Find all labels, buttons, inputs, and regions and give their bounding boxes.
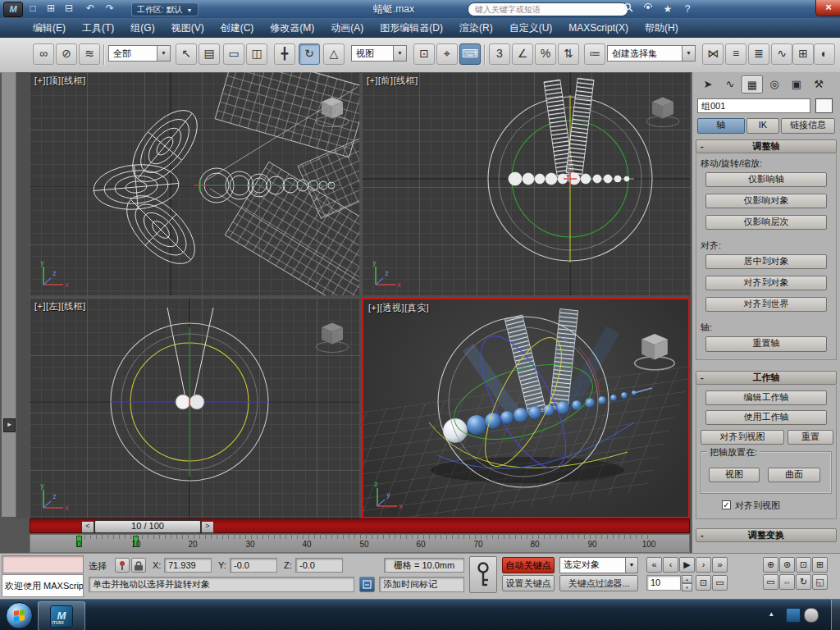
- material-editor-icon[interactable]: ◐: [814, 43, 835, 65]
- zoom-extents-icon[interactable]: ⊡: [796, 557, 811, 573]
- named-selection-sets-dropdown[interactable]: 创建选择集▼: [607, 45, 696, 62]
- affect-hierarchy-only-button[interactable]: 仅影响层次: [705, 215, 827, 230]
- favorites-star-icon[interactable]: ★: [660, 2, 676, 16]
- spinner-up-icon[interactable]: ▴: [682, 575, 692, 583]
- undo-icon[interactable]: ↶: [82, 1, 98, 16]
- align-to-view-button[interactable]: 对齐到视图: [701, 430, 784, 445]
- rollout-working-pivot-header[interactable]: - 工作轴: [696, 371, 837, 385]
- select-and-manipulate-icon[interactable]: ⌖: [436, 43, 458, 65]
- menu-animation[interactable]: 动画(A): [322, 18, 372, 38]
- redo-icon[interactable]: ↷: [102, 1, 118, 16]
- y-coordinate-field[interactable]: -0.0: [230, 558, 277, 573]
- edit-named-sets-icon[interactable]: ≔: [584, 43, 605, 65]
- track-bar[interactable]: 0 10 20 30 40 50 60 70 80 90 100: [30, 534, 690, 553]
- zoom-icon[interactable]: ⊕: [763, 557, 778, 573]
- object-color-swatch[interactable]: [815, 98, 833, 113]
- viewcube-icon[interactable]: [644, 92, 682, 133]
- x-coordinate-field[interactable]: 71.939: [164, 558, 212, 573]
- next-frame-button[interactable]: ›: [696, 557, 711, 573]
- tab-utilities-icon[interactable]: ⚒: [808, 75, 829, 94]
- time-configuration-button[interactable]: ▭: [712, 575, 728, 591]
- ik-mode-button[interactable]: IK: [746, 118, 779, 134]
- menu-maxscript[interactable]: MAXScript(X): [560, 18, 637, 38]
- menu-help[interactable]: 帮助(H): [637, 18, 687, 38]
- select-and-move-icon[interactable]: ╋: [274, 43, 295, 65]
- next-frame-arrow[interactable]: >: [201, 521, 214, 533]
- tab-hierarchy-icon[interactable]: ▦: [742, 75, 763, 94]
- layer-manager-icon[interactable]: ≣: [748, 43, 769, 65]
- percent-snap-icon[interactable]: %: [535, 43, 556, 65]
- frame-spinner[interactable]: ▴ ▾: [682, 575, 692, 591]
- save-file-icon[interactable]: ⊟: [61, 1, 77, 16]
- taskbar-3dsmax-button[interactable]: M max: [38, 601, 85, 630]
- affect-pivot-only-button[interactable]: 仅影响轴: [705, 172, 827, 187]
- application-menu-icon[interactable]: M: [3, 2, 23, 17]
- menu-edit[interactable]: 编辑(E): [25, 18, 74, 38]
- play-button[interactable]: ▶: [679, 557, 695, 573]
- viewport-front[interactable]: [+][前][线框] y x z: [362, 72, 690, 295]
- affect-object-only-button[interactable]: 仅影响对象: [705, 194, 827, 208]
- show-desktop-button[interactable]: [831, 600, 840, 630]
- auto-key-button[interactable]: 自动关键点: [502, 557, 555, 573]
- pivot-mode-button[interactable]: 轴: [697, 118, 745, 134]
- snaps-toggle-icon[interactable]: 3: [489, 43, 510, 65]
- isolate-selection-icon[interactable]: [115, 558, 130, 573]
- spinner-down-icon[interactable]: ▾: [682, 583, 692, 591]
- edit-working-pivot-button[interactable]: 编辑工作轴: [705, 390, 827, 405]
- curve-editor-icon[interactable]: ∿: [771, 43, 792, 65]
- selection-lock-icon[interactable]: [131, 558, 146, 573]
- link-info-mode-button[interactable]: 链接信息: [781, 118, 835, 134]
- mirror-icon[interactable]: ⋈: [702, 43, 724, 65]
- tray-icon-1[interactable]: [786, 608, 801, 623]
- new-file-icon[interactable]: □: [25, 1, 41, 16]
- schematic-view-icon[interactable]: ⊞: [792, 43, 814, 65]
- align-to-object-button[interactable]: 对齐到对象: [705, 276, 827, 290]
- selection-region-icon[interactable]: ▭: [223, 43, 244, 65]
- mini-listener-icon[interactable]: [359, 577, 375, 592]
- tab-modify-icon[interactable]: ∿: [719, 75, 741, 94]
- use-pivot-center-icon[interactable]: ⊡: [413, 43, 435, 65]
- go-to-end-button[interactable]: »: [712, 557, 728, 573]
- select-and-rotate-icon[interactable]: ↻: [299, 43, 320, 65]
- previous-frame-button[interactable]: ‹: [663, 557, 678, 573]
- viewport-left[interactable]: [+][左][线框] y x z: [30, 298, 359, 518]
- pan-icon[interactable]: ⇔: [779, 574, 795, 590]
- menu-modifiers[interactable]: 修改器(M): [262, 18, 322, 38]
- viewcube-icon[interactable]: [313, 92, 351, 133]
- angle-snap-icon[interactable]: ∠: [512, 43, 533, 65]
- zoom-extents-all-icon[interactable]: ⊞: [812, 557, 828, 573]
- set-key-button[interactable]: 设置关键点: [502, 575, 555, 591]
- current-frame-field[interactable]: 10: [646, 575, 681, 591]
- start-button[interactable]: [6, 602, 33, 629]
- align-icon[interactable]: ≡: [725, 43, 746, 65]
- keyboard-override-icon[interactable]: ⌨: [459, 43, 481, 65]
- menu-tools[interactable]: 工具(T): [74, 18, 122, 38]
- viewport-front-label[interactable]: [+][前][线框]: [367, 75, 418, 87]
- go-to-start-button[interactable]: «: [646, 557, 662, 573]
- close-button[interactable]: ×: [815, 0, 840, 16]
- object-name-field[interactable]: 组001: [697, 98, 810, 113]
- align-to-view-checkbox[interactable]: ✓: [722, 500, 731, 509]
- place-view-button[interactable]: 视图: [709, 468, 760, 482]
- time-slider-handle[interactable]: 10 / 100: [94, 520, 201, 533]
- selection-filter-dropdown[interactable]: 全部▼: [108, 45, 171, 62]
- viewport-top-label[interactable]: [+][顶][线框]: [34, 75, 86, 87]
- spinner-snap-icon[interactable]: ⇅: [558, 43, 579, 65]
- viewcube-icon[interactable]: [631, 327, 678, 377]
- rollout-adjust-transform-header[interactable]: - 调整变换: [696, 528, 837, 542]
- previous-frame-arrow[interactable]: <: [81, 521, 94, 533]
- viewport-left-label[interactable]: [+][左][线框]: [34, 300, 86, 313]
- reset-working-pivot-button[interactable]: 重置: [788, 430, 833, 445]
- workspace-dropdown[interactable]: 工作区: 默认▼: [131, 2, 199, 16]
- set-key-toggle-icon[interactable]: [469, 556, 497, 593]
- macro-recorder-field[interactable]: [2, 555, 84, 573]
- menu-rendering[interactable]: 渲染(R): [451, 18, 501, 38]
- key-selection-set-dropdown[interactable]: 选定对象▼: [559, 557, 638, 573]
- viewport-perspective-label[interactable]: [+][透视][真实]: [368, 302, 429, 314]
- menu-customize[interactable]: 自定义(U): [501, 18, 561, 38]
- viewcube-icon[interactable]: [313, 317, 351, 358]
- reference-coordinate-dropdown[interactable]: 视图▼: [351, 45, 407, 62]
- tray-icon-2[interactable]: [804, 608, 819, 623]
- select-and-link-icon[interactable]: ∞: [33, 43, 54, 65]
- help-icon[interactable]: ?: [679, 2, 696, 16]
